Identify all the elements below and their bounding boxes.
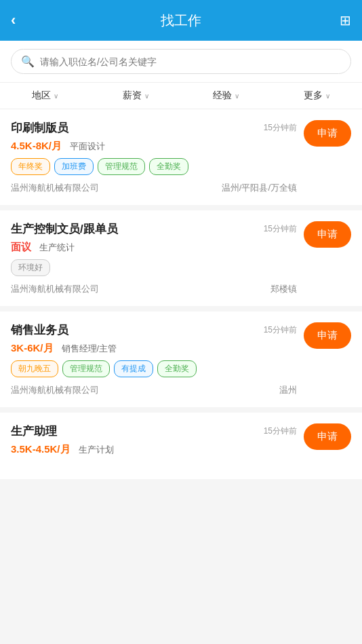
job-card-top: 生产助理 15分钟前: [11, 423, 297, 439]
header: ‹ 找工作 ⊞: [0, 0, 362, 41]
job-list: 印刷制版员 15分钟前 4.5K-8K/月 平面设计 年终奖加班费管理规范全勤奖…: [0, 109, 362, 479]
search-bar: 🔍: [0, 41, 362, 82]
job-card-content: 生产控制文员/跟单员 15分钟前 面议 生产统计 环境好 温州海航机械有限公司 …: [11, 221, 304, 295]
job-title: 生产控制文员/跟单员: [11, 221, 118, 237]
apply-button[interactable]: 申请: [304, 423, 351, 450]
job-time: 15分钟前: [264, 425, 297, 437]
job-card: 印刷制版员 15分钟前 4.5K-8K/月 平面设计 年终奖加班费管理规范全勤奖…: [0, 109, 362, 205]
job-tag: 朝九晚五: [11, 360, 58, 377]
filter-arrow: ∨: [325, 92, 330, 100]
job-card-content: 生产助理 15分钟前 3.5K-4.5K/月 生产计划: [11, 423, 304, 468]
job-company: 温州海航机械有限公司: [11, 384, 99, 396]
job-time: 15分钟前: [264, 223, 297, 235]
filter-arrow: ∨: [144, 92, 149, 100]
job-tags: 环境好: [11, 259, 297, 276]
job-card-top: 销售业务员 15分钟前: [11, 322, 297, 338]
job-time: 15分钟前: [264, 324, 297, 336]
job-card: 生产助理 15分钟前 3.5K-4.5K/月 生产计划 申请: [0, 413, 362, 479]
job-tag: 管理规范: [62, 360, 110, 377]
job-tag: 全勤奖: [157, 360, 197, 377]
job-company: 温州海航机械有限公司: [11, 283, 99, 295]
job-company: 温州海航机械有限公司: [11, 182, 99, 194]
filter-label: 薪资: [123, 90, 142, 102]
job-tag: 有提成: [114, 360, 153, 377]
filter-item-更多[interactable]: 更多∨: [272, 83, 363, 109]
job-card-right: 申请: [304, 423, 351, 450]
job-card-mid: 4.5K-8K/月 平面设计: [11, 140, 297, 153]
filter-label: 更多: [304, 90, 323, 102]
job-card-main: 生产控制文员/跟单员 15分钟前 面议 生产统计 环境好 温州海航机械有限公司 …: [11, 221, 351, 295]
job-location: 郑楼镇: [270, 283, 297, 295]
apply-button[interactable]: 申请: [304, 120, 351, 147]
job-category: 生产计划: [79, 444, 114, 456]
filter-item-经验[interactable]: 经验∨: [181, 83, 272, 109]
filter-label: 经验: [213, 90, 232, 102]
job-tag: 加班费: [54, 158, 94, 175]
filter-item-薪资[interactable]: 薪资∨: [91, 83, 182, 109]
header-right: ⊞: [340, 12, 351, 29]
apply-button[interactable]: 申请: [304, 221, 351, 248]
job-card-right: 申请: [304, 221, 351, 248]
job-card: 销售业务员 15分钟前 3K-6K/月 销售经理/主管 朝九晚五管理规范有提成全…: [0, 311, 362, 407]
job-title: 销售业务员: [11, 322, 68, 338]
filter-item-地区[interactable]: 地区∨: [0, 83, 91, 109]
job-salary: 4.5K-8K/月: [11, 140, 62, 153]
filter-bar: 地区∨薪资∨经验∨更多∨: [0, 82, 362, 109]
job-title: 印刷制版员: [11, 120, 68, 136]
back-button[interactable]: ‹: [11, 12, 16, 29]
job-salary: 3K-6K/月: [11, 342, 54, 355]
job-card-content: 销售业务员 15分钟前 3K-6K/月 销售经理/主管 朝九晚五管理规范有提成全…: [11, 322, 304, 396]
grid-icon[interactable]: ⊞: [340, 12, 351, 29]
job-time: 15分钟前: [264, 122, 297, 134]
job-salary: 3.5K-4.5K/月: [11, 443, 71, 456]
job-card-right: 申请: [304, 120, 351, 147]
job-card-content: 印刷制版员 15分钟前 4.5K-8K/月 平面设计 年终奖加班费管理规范全勤奖…: [11, 120, 304, 194]
job-company-row: 温州海航机械有限公司 温州/平阳县/万全镇: [11, 182, 297, 194]
header-left: ‹: [11, 12, 16, 29]
job-card-top: 生产控制文员/跟单员 15分钟前: [11, 221, 297, 237]
apply-button[interactable]: 申请: [304, 322, 351, 349]
page-title: 找工作: [161, 12, 201, 30]
job-tags: 年终奖加班费管理规范全勤奖: [11, 158, 297, 175]
job-card-main: 生产助理 15分钟前 3.5K-4.5K/月 生产计划 申请: [11, 423, 351, 468]
job-card-mid: 3K-6K/月 销售经理/主管: [11, 342, 297, 355]
job-card: 生产控制文员/跟单员 15分钟前 面议 生产统计 环境好 温州海航机械有限公司 …: [0, 210, 362, 306]
job-location: 温州/平阳县/万全镇: [222, 182, 297, 194]
job-company-row: 温州海航机械有限公司 温州: [11, 384, 297, 396]
job-category: 销售经理/主管: [62, 343, 117, 355]
filter-arrow: ∨: [235, 92, 239, 100]
job-company-row: 温州海航机械有限公司 郑楼镇: [11, 283, 297, 295]
job-card-top: 印刷制版员 15分钟前: [11, 120, 297, 136]
job-tag: 管理规范: [98, 158, 145, 175]
job-salary: 面议: [11, 241, 31, 254]
search-icon: 🔍: [21, 55, 35, 68]
job-tag: 全勤奖: [149, 158, 188, 175]
filter-arrow: ∨: [54, 92, 58, 100]
job-title: 生产助理: [11, 423, 57, 439]
job-card-right: 申请: [304, 322, 351, 349]
job-card-main: 印刷制版员 15分钟前 4.5K-8K/月 平面设计 年终奖加班费管理规范全勤奖…: [11, 120, 351, 194]
job-card-main: 销售业务员 15分钟前 3K-6K/月 销售经理/主管 朝九晚五管理规范有提成全…: [11, 322, 351, 396]
job-card-mid: 3.5K-4.5K/月 生产计划: [11, 443, 297, 456]
job-category: 平面设计: [70, 140, 105, 153]
filter-label: 地区: [32, 90, 51, 102]
job-tag: 年终奖: [11, 158, 50, 175]
job-card-mid: 面议 生产统计: [11, 241, 297, 254]
job-category: 生产统计: [39, 242, 75, 254]
job-tags: 朝九晚五管理规范有提成全勤奖: [11, 360, 297, 377]
job-location: 温州: [279, 384, 297, 396]
job-tag: 环境好: [11, 259, 50, 276]
search-input[interactable]: [40, 56, 341, 67]
search-wrapper[interactable]: 🔍: [11, 49, 351, 74]
